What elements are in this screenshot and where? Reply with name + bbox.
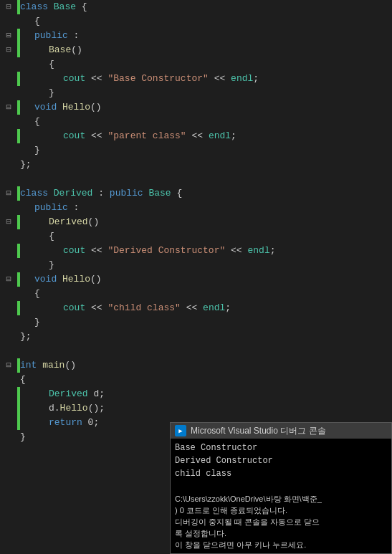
code-tokens: class Derived : public Base { — [20, 186, 182, 201]
code-line: { — [0, 229, 392, 244]
collapse-button[interactable]: ⊟ — [4, 29, 13, 43]
token-plain: } — [20, 431, 26, 442]
code-line: } — [0, 315, 392, 330]
gutter: ⊟ — [0, 358, 17, 373]
token-io: cout — [63, 302, 85, 313]
token-plain: () — [88, 216, 100, 227]
token-plain: () — [64, 360, 76, 371]
token-plain: { — [49, 231, 54, 242]
green-indicator — [17, 416, 20, 430]
code-line: } — [0, 86, 392, 100]
console-window: ▶ Microsoft Visual Studio 디버그 콘솔 Base Co… — [170, 422, 392, 554]
code-line: { — [0, 57, 392, 72]
code-tokens: } — [49, 258, 54, 272]
token-io: endl — [203, 302, 225, 313]
empty-indicator — [17, 287, 20, 301]
code-line: cout << "Base Constructor" << endl; — [0, 72, 392, 86]
collapse-button[interactable]: ⊟ — [4, 43, 13, 57]
code-line: { — [0, 115, 392, 129]
console-line: 이 창을 닫으려면 아무 키나 누르세요. — [175, 539, 387, 550]
code-line: ⊟void Hello() — [0, 272, 392, 287]
console-line: ) 0 코드로 인해 종료되었습니다. — [175, 505, 387, 516]
token-plain: { — [34, 288, 40, 299]
collapse-button[interactable]: ⊟ — [4, 100, 13, 115]
code-tokens: Derived d; — [49, 387, 105, 401]
code-line: ⊟int main() — [0, 358, 392, 373]
gutter: ⊟ — [0, 29, 17, 43]
console-line: Base Constructor — [175, 441, 387, 454]
token-plain: : — [68, 202, 80, 213]
code-tokens: } — [34, 143, 40, 158]
token-plain: { — [76, 1, 87, 12]
console-title: Microsoft Visual Studio 디버그 콘솔 — [191, 425, 326, 437]
token-plain: d; — [88, 388, 105, 399]
code-line: } — [0, 258, 392, 272]
token-plain: }; — [20, 159, 32, 170]
collapse-button[interactable]: ⊟ — [4, 358, 13, 373]
token-plain: } — [34, 145, 40, 156]
code-tokens: void Hello() — [34, 100, 102, 115]
code-line: { — [0, 373, 392, 387]
console-line: child class — [175, 467, 387, 480]
empty-indicator — [17, 172, 20, 186]
code-line: }; — [0, 330, 392, 344]
code-tokens: } — [34, 315, 40, 330]
token-plain: ; — [270, 245, 276, 256]
gutter: ⊟ — [0, 186, 17, 201]
collapse-button[interactable]: ⊟ — [4, 0, 13, 14]
empty-indicator — [17, 201, 20, 215]
code-tokens: d.Hello(); — [49, 401, 105, 416]
green-indicator — [17, 272, 20, 287]
collapse-button[interactable]: ⊟ — [4, 272, 13, 287]
token-fn: Hello — [62, 102, 90, 113]
gutter: ⊟ — [0, 100, 17, 115]
code-tokens: cout << "child class" << endl; — [63, 301, 231, 315]
token-plain: << — [85, 73, 107, 84]
token-plain: << — [186, 130, 209, 141]
code-line: cout << "parent class" << endl; — [0, 129, 392, 143]
token-plain: : — [68, 30, 80, 41]
token-io: endl — [209, 130, 231, 141]
code-tokens: public : — [34, 201, 79, 215]
empty-indicator — [17, 143, 20, 158]
code-lines: ⊟class Base {{⊟public :⊟Base(){cout << "… — [0, 0, 392, 444]
token-plain: } — [49, 87, 54, 98]
token-plain: << — [181, 302, 203, 313]
token-plain: << — [85, 302, 107, 313]
token-plain: } — [34, 317, 40, 328]
token-io: endl — [231, 73, 253, 84]
token-io: cout — [63, 245, 85, 256]
gutter: ⊟ — [0, 43, 17, 57]
token-plain: ; — [225, 302, 231, 313]
code-line: ⊟Base() — [0, 43, 392, 57]
token-str: "Base Constructor" — [107, 73, 208, 84]
token-plain: { — [49, 59, 54, 70]
green-indicator — [17, 244, 20, 258]
token-str: "Derived Constructor" — [107, 245, 225, 256]
token-plain: d. — [49, 403, 60, 414]
code-line: d.Hello(); — [0, 401, 392, 416]
token-cn: Derived — [49, 388, 88, 399]
collapse-button[interactable]: ⊟ — [4, 215, 13, 229]
green-indicator — [17, 72, 20, 86]
token-kw: void — [34, 102, 62, 113]
token-kw: int — [20, 360, 42, 371]
token-plain: << — [209, 73, 231, 84]
code-tokens: { — [34, 14, 40, 29]
token-cn: Base — [54, 1, 76, 12]
green-indicator — [17, 129, 20, 143]
code-line: cout << "child class" << endl; — [0, 301, 392, 315]
empty-indicator — [17, 57, 20, 72]
code-line: cout << "Derived Constructor" << endl; — [0, 244, 392, 258]
code-line: } — [0, 143, 392, 158]
code-line: }; — [0, 158, 392, 172]
code-tokens: cout << "Base Constructor" << endl; — [63, 72, 259, 86]
code-tokens: Base() — [49, 43, 82, 57]
token-plain: { — [20, 374, 26, 385]
token-kw: public — [34, 202, 68, 213]
code-line — [0, 344, 392, 358]
code-line: ⊟class Derived : public Base { — [0, 186, 392, 201]
token-plain: { — [171, 188, 183, 199]
collapse-button[interactable]: ⊟ — [4, 186, 13, 201]
token-fn: Derived — [49, 216, 88, 227]
